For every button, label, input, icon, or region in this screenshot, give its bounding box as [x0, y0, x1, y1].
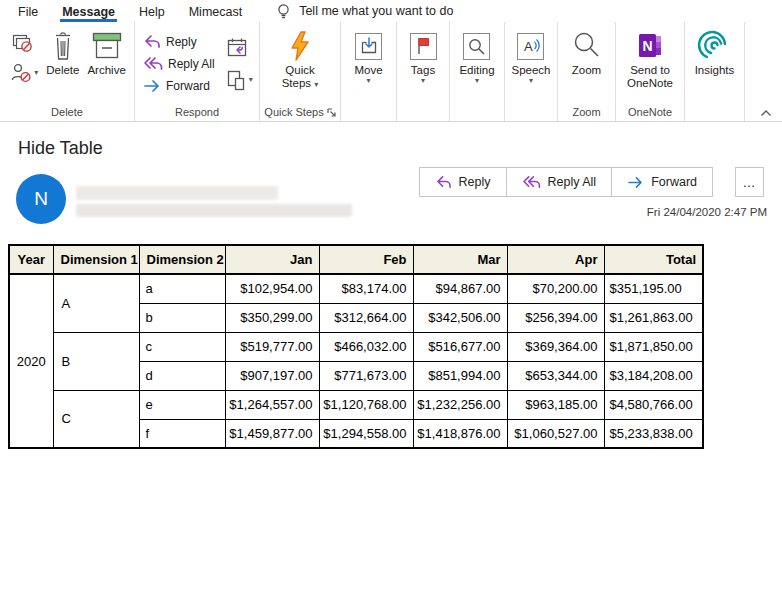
- dialog-launcher-icon[interactable]: [327, 108, 336, 117]
- message-subject: Hide Table: [18, 138, 103, 159]
- tab-file[interactable]: File: [6, 2, 50, 21]
- read-aloud-icon: A: [517, 33, 544, 60]
- delete-button[interactable]: Delete: [42, 26, 83, 103]
- reply-header-button[interactable]: Reply: [419, 167, 507, 197]
- mar-cell: $1,418,876.00: [413, 419, 507, 448]
- dim2-cell: c: [139, 332, 225, 361]
- message-received-date: Fri 24/04/2020 2:47 PM: [647, 206, 767, 218]
- feb-cell: $1,120,768.00: [319, 390, 413, 419]
- ribbon-group-delete: ▾ Delete Archive Delete: [0, 22, 135, 121]
- jan-cell: $907,197.00: [225, 361, 319, 390]
- quick-steps-caret-icon: ▾: [314, 80, 318, 89]
- feb-cell: $312,664.00: [319, 303, 413, 332]
- jan-cell: $1,459,877.00: [225, 419, 319, 448]
- speech-caret-icon: ▾: [529, 77, 533, 85]
- table-row: 2020 A a $102,954.00 $83,174.00 $94,867.…: [9, 274, 703, 303]
- ribbon-group-onenote: N Send to OneNote OneNote: [616, 22, 685, 121]
- more-respond-caret-icon: ▾: [249, 76, 253, 84]
- move-button[interactable]: Move ▾: [350, 26, 386, 103]
- col-header-total: Total: [604, 245, 703, 274]
- dim2-cell: b: [139, 303, 225, 332]
- move-caret-icon: ▾: [366, 77, 370, 85]
- total-cell: $1,261,863.00: [604, 303, 703, 332]
- total-cell: $351,195.00: [604, 274, 703, 303]
- forward-arrow-icon: [627, 176, 644, 189]
- svg-text:N: N: [642, 38, 652, 54]
- feb-cell: $83,174.00: [319, 274, 413, 303]
- apr-cell: $653,344.00: [507, 361, 604, 390]
- meeting-button[interactable]: [225, 36, 253, 60]
- jan-cell: $519,777.00: [225, 332, 319, 361]
- send-to-onenote-button[interactable]: N Send to OneNote: [620, 26, 680, 103]
- mar-cell: $851,994.00: [413, 361, 507, 390]
- col-header-dim2: Dimension 2: [139, 245, 225, 274]
- insights-button[interactable]: Insights: [691, 26, 739, 103]
- lightbulb-icon: [276, 3, 291, 20]
- zoom-button[interactable]: Zoom: [567, 26, 607, 103]
- ribbon-group-respond: Reply Reply All Forward: [135, 22, 260, 121]
- more-respond-button[interactable]: ▾: [225, 68, 253, 92]
- magnifier-icon: [463, 33, 490, 60]
- reply-all-header-button[interactable]: Reply All: [506, 167, 613, 197]
- dim2-cell: d: [139, 361, 225, 390]
- ribbon-group-quick-steps: Quick Steps ▾ Quick Steps: [260, 22, 341, 121]
- ribbon-filler: [745, 22, 782, 121]
- sender-avatar[interactable]: N: [16, 174, 66, 224]
- tab-mimecast[interactable]: Mimecast: [177, 2, 254, 21]
- quick-steps-button[interactable]: Quick Steps ▾: [270, 26, 330, 103]
- email-data-table: Year Dimension 1 Dimension 2 Jan Feb Mar…: [8, 244, 704, 449]
- ribbon-group-tags: Tags ▾: [397, 22, 450, 121]
- insights-icon: [697, 28, 731, 64]
- trash-icon: [51, 28, 75, 64]
- editing-button[interactable]: Editing ▾: [455, 26, 498, 103]
- ribbon-group-insights: Insights: [685, 22, 745, 121]
- tab-message[interactable]: Message: [50, 2, 127, 21]
- ribbon-group-zoom: Zoom Zoom: [558, 22, 616, 121]
- forward-button[interactable]: Forward: [143, 76, 215, 95]
- tags-button[interactable]: Tags ▾: [406, 26, 441, 103]
- mar-cell: $1,232,256.00: [413, 390, 507, 419]
- ribbon-tab-bar: File Message Help Mimecast Tell me what …: [0, 0, 782, 22]
- message-action-buttons: Reply Reply All Forward: [420, 167, 713, 197]
- reply-all-arrow-icon: [522, 175, 541, 189]
- col-header-mar: Mar: [413, 245, 507, 274]
- feb-cell: $771,673.00: [319, 361, 413, 390]
- feb-cell: $1,294,558.00: [319, 419, 413, 448]
- archive-button[interactable]: Archive: [83, 26, 129, 103]
- reply-all-arrow-icon: [143, 56, 163, 71]
- group-label-respond: Respond: [135, 103, 259, 121]
- reply-all-button[interactable]: Reply All: [143, 54, 215, 73]
- ribbon-group-move: Move ▾: [341, 22, 397, 121]
- ribbon: ▾ Delete Archive Delete: [0, 22, 782, 122]
- group-label-quick-steps: Quick Steps: [260, 103, 340, 121]
- total-cell: $5,233,838.00: [604, 419, 703, 448]
- jan-cell: $102,954.00: [225, 274, 319, 303]
- lightning-bolt-icon: [287, 28, 313, 64]
- ignore-button[interactable]: [10, 32, 38, 54]
- editing-caret-icon: ▾: [475, 77, 479, 85]
- table-row: C e $1,264,557.00 $1,120,768.00 $1,232,2…: [9, 390, 703, 419]
- tab-help[interactable]: Help: [127, 2, 177, 21]
- ellipsis-icon: …: [743, 175, 757, 190]
- tags-caret-icon: ▾: [421, 77, 425, 85]
- jan-cell: $1,264,557.00: [225, 390, 319, 419]
- total-cell: $1,871,850.00: [604, 332, 703, 361]
- dim2-cell: e: [139, 390, 225, 419]
- group-label-delete: Delete: [0, 103, 134, 121]
- collapse-ribbon-button[interactable]: [760, 109, 772, 117]
- reply-button[interactable]: Reply: [143, 32, 215, 51]
- group-label-onenote: OneNote: [616, 103, 684, 121]
- col-header-apr: Apr: [507, 245, 604, 274]
- more-actions-button[interactable]: …: [735, 167, 764, 197]
- tell-me-search[interactable]: Tell me what you want to do: [276, 3, 453, 20]
- flag-icon: [410, 33, 437, 60]
- dim2-cell: f: [139, 419, 225, 448]
- apr-cell: $70,200.00: [507, 274, 604, 303]
- ribbon-group-speech: A Speech ▾: [505, 22, 558, 121]
- speech-button[interactable]: A Speech ▾: [507, 26, 554, 103]
- forward-header-button[interactable]: Forward: [611, 167, 713, 197]
- dim2-cell: a: [139, 274, 225, 303]
- total-cell: $3,184,208.00: [604, 361, 703, 390]
- junk-button[interactable]: ▾: [10, 62, 38, 84]
- junk-caret-icon: ▾: [34, 69, 38, 77]
